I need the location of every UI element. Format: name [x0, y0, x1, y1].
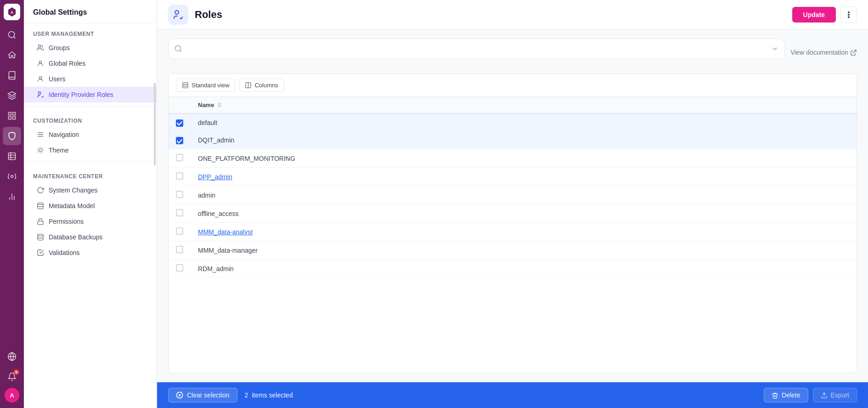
- sidebar-item-globe[interactable]: [3, 347, 21, 366]
- search-input[interactable]: [182, 45, 771, 52]
- export-button[interactable]: Export: [813, 388, 857, 402]
- users-icon: [37, 44, 44, 51]
- role-icon: [37, 60, 44, 67]
- sidebar-item-security[interactable]: [3, 127, 21, 145]
- table-row: DQIT_admin: [169, 131, 857, 149]
- svg-point-1: [9, 32, 15, 38]
- sidebar-item-data[interactable]: [3, 107, 21, 125]
- trash-icon: [772, 392, 778, 399]
- sidebar-item-identity-provider-roles[interactable]: Identity Provider Roles: [24, 87, 157, 102]
- view-documentation-link[interactable]: View documentation: [790, 49, 857, 56]
- svg-point-25: [175, 11, 179, 14]
- sidebar-title: Global Settings: [24, 0, 157, 23]
- svg-point-22: [38, 203, 43, 204]
- svg-rect-31: [183, 83, 188, 88]
- sidebar-item-library[interactable]: [3, 66, 21, 85]
- svg-point-26: [848, 11, 849, 12]
- name-column-header: Name: [191, 97, 857, 113]
- metadata-icon: [37, 202, 44, 210]
- sidebar-item-settings[interactable]: [3, 167, 21, 186]
- bottom-bar-actions: Delete Export: [764, 388, 857, 402]
- update-button[interactable]: Update: [792, 7, 836, 23]
- sidebar-item-notifications[interactable]: 9: [3, 368, 21, 386]
- sidebar-item-database-backups[interactable]: Database Backups: [24, 229, 157, 245]
- validation-icon: [37, 249, 44, 256]
- more-options-button[interactable]: [840, 6, 857, 23]
- search-bar: [168, 39, 785, 59]
- row-checkbox[interactable]: [176, 119, 183, 127]
- sidebar-item-theme[interactable]: Theme: [24, 142, 157, 158]
- row-checkbox[interactable]: [176, 246, 183, 253]
- table-row: MMM_data-manager: [169, 241, 857, 260]
- sidebar-item-permissions[interactable]: Permissions: [24, 214, 157, 229]
- sidebar-scrollbar: [154, 83, 156, 165]
- svg-point-8: [11, 176, 13, 178]
- sidebar-item-validations[interactable]: Validations: [24, 245, 157, 261]
- clear-selection-button[interactable]: Clear selection: [168, 388, 237, 402]
- section-maintenance: Maintenance Center: [24, 166, 157, 182]
- table-container: Standard view Columns Name: [168, 74, 857, 373]
- sidebar-item-global-roles[interactable]: Global Roles: [24, 56, 157, 71]
- svg-point-21: [39, 149, 42, 152]
- row-checkbox[interactable]: [176, 191, 183, 198]
- notification-badge: 9: [13, 369, 19, 375]
- sidebar-item-analytics[interactable]: [3, 187, 21, 206]
- row-checkbox[interactable]: [176, 172, 183, 180]
- standard-view-button[interactable]: Standard view: [176, 79, 235, 92]
- row-checkbox[interactable]: [176, 227, 183, 235]
- sidebar-item-system-changes[interactable]: System Changes: [24, 182, 157, 198]
- items-selected-text: 2 items selected: [245, 391, 293, 399]
- table-row: DPP_admin: [169, 168, 857, 186]
- svg-point-15: [39, 61, 41, 63]
- sidebar-item-table[interactable]: [3, 147, 21, 165]
- content-area: View documentation Standard view Columns: [157, 29, 868, 382]
- app-logo[interactable]: A: [4, 4, 20, 20]
- row-name: admin: [191, 186, 857, 204]
- row-name: DQIT_admin: [191, 131, 857, 149]
- svg-rect-4: [13, 113, 16, 115]
- sidebar-item-navigation[interactable]: Navigation: [24, 127, 157, 142]
- svg-point-17: [38, 92, 40, 94]
- table-row: default: [169, 113, 857, 131]
- columns-button[interactable]: Columns: [239, 79, 284, 92]
- sidebar-item-users[interactable]: Users: [24, 71, 157, 87]
- more-vertical-icon: [845, 11, 853, 19]
- row-checkbox[interactable]: [176, 264, 183, 272]
- idp-icon: [37, 91, 44, 98]
- svg-point-14: [38, 45, 40, 47]
- table-row: admin: [169, 186, 857, 204]
- sidebar-item-dashboard[interactable]: [3, 46, 21, 64]
- row-name[interactable]: DPP_admin: [191, 168, 857, 186]
- svg-point-29: [175, 45, 180, 51]
- svg-point-28: [848, 17, 849, 17]
- svg-rect-6: [9, 117, 11, 119]
- table-row: offline_access: [169, 204, 857, 223]
- backup-icon: [37, 233, 44, 241]
- delete-button[interactable]: Delete: [764, 388, 808, 402]
- row-checkbox[interactable]: [176, 154, 183, 161]
- page-title: Roles: [195, 9, 792, 21]
- permissions-icon: [37, 218, 44, 225]
- svg-marker-2: [8, 92, 16, 96]
- topbar: Roles Update: [157, 0, 868, 29]
- close-circle-icon: [176, 391, 183, 399]
- table-row: RDM_admin: [169, 260, 857, 278]
- roles-table: Name defaultDQIT_adminONE_PLATFORM_MONIT…: [169, 97, 857, 278]
- row-checkbox[interactable]: [176, 137, 183, 144]
- sidebar-item-groups[interactable]: Groups: [24, 40, 157, 56]
- columns-icon: [245, 82, 252, 89]
- icon-bar: A 9 A: [0, 0, 24, 408]
- svg-rect-3: [9, 113, 11, 115]
- svg-rect-23: [38, 221, 43, 224]
- row-checkbox[interactable]: [176, 209, 183, 216]
- standard-view-icon: [182, 82, 189, 89]
- sidebar-item-metadata-model[interactable]: Metadata Model: [24, 198, 157, 214]
- row-name[interactable]: MMM_data-analyst: [191, 223, 857, 241]
- sidebar-item-search[interactable]: [3, 26, 21, 44]
- svg-point-24: [38, 234, 43, 236]
- sidebar-divider-1: [24, 106, 157, 107]
- user-avatar[interactable]: A: [5, 388, 19, 402]
- sidebar-item-layers[interactable]: [3, 86, 21, 105]
- row-name: RDM_admin: [191, 260, 857, 278]
- select-all-header[interactable]: [169, 97, 191, 113]
